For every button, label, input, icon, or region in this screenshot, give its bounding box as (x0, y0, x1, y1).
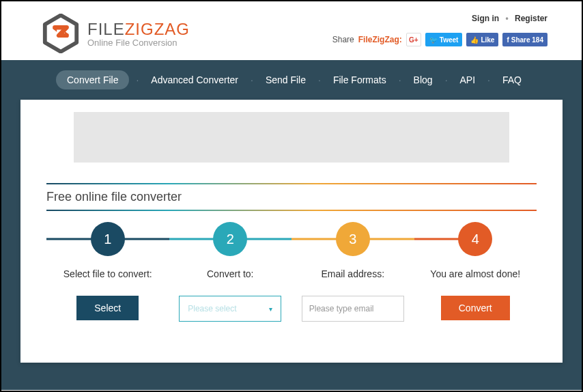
share-row: Share FileZigZag: G+ 🐦Tweet 👍Like f Shar… (332, 33, 548, 46)
step-1-label: Select file to convert: (46, 268, 169, 282)
thumbs-up-icon: 👍 (470, 36, 479, 44)
facebook-icon: f (507, 36, 509, 44)
tweet-button[interactable]: 🐦Tweet (425, 33, 463, 46)
logo[interactable]: FILEZIGZAG Online File Conversion (41, 14, 190, 53)
step-2-label: Convert to: (169, 268, 292, 282)
register-link[interactable]: Register (515, 14, 548, 23)
email-input[interactable] (302, 296, 404, 322)
nav-send-file[interactable]: Send File (260, 72, 311, 88)
nav-file-formats[interactable]: File Formats (328, 72, 392, 88)
step-2-circle: 2 (213, 222, 247, 256)
step-4-label: You are almost done! (414, 268, 537, 282)
share-label: Share (332, 35, 354, 44)
format-select[interactable]: Please select ▾ (179, 296, 281, 322)
logo-title: FILEZIGZAG (87, 20, 190, 39)
main-card: Free online file converter 1 Select file… (20, 100, 563, 363)
select-button[interactable]: Select (76, 296, 139, 320)
header: FILEZIGZAG Online File Conversion Sign i… (1, 1, 582, 60)
logo-subtitle: Online File Conversion (87, 38, 190, 48)
nav-advanced-converter[interactable]: Advanced Converter (145, 72, 244, 88)
fb-share-button[interactable]: f Share 184 (502, 33, 548, 46)
format-select-placeholder: Please select (188, 304, 236, 313)
nav-blog[interactable]: Blog (408, 72, 438, 88)
step-3-label: Email address: (292, 268, 414, 282)
nav-convert-file[interactable]: Convert File (56, 70, 129, 89)
step-1-circle: 1 (91, 222, 125, 256)
google-plus-button[interactable]: G+ (406, 33, 421, 46)
divider-top (46, 183, 537, 184)
convert-button[interactable]: Convert (441, 296, 510, 320)
step-4: 4 You are almost done! Convert (414, 221, 537, 322)
share-brand: FileZigZag: (358, 35, 402, 44)
ad-banner (74, 112, 509, 163)
step-3-circle: 3 (336, 222, 370, 256)
signin-link[interactable]: Sign in (472, 14, 499, 23)
fb-like-button[interactable]: 👍Like (466, 33, 498, 46)
step-4-circle: 4 (458, 222, 492, 256)
divider-bottom (46, 210, 537, 211)
auth-links: Sign in • Register (332, 14, 548, 23)
chevron-down-icon: ▾ (269, 305, 272, 313)
step-1: 1 Select file to convert: Select (46, 221, 169, 322)
twitter-icon: 🐦 (429, 36, 438, 44)
step-3: 3 Email address: (292, 221, 414, 322)
step-2: 2 Convert to: Please select ▾ (169, 221, 292, 322)
nav-faq[interactable]: FAQ (497, 72, 527, 88)
logo-icon (41, 14, 81, 53)
nav-api[interactable]: API (455, 72, 481, 88)
navbar: Convert File· Advanced Converter· Send F… (1, 60, 582, 100)
steps-row: 1 Select file to convert: Select 2 Conve… (46, 221, 537, 322)
section-title: Free online file converter (46, 190, 537, 204)
